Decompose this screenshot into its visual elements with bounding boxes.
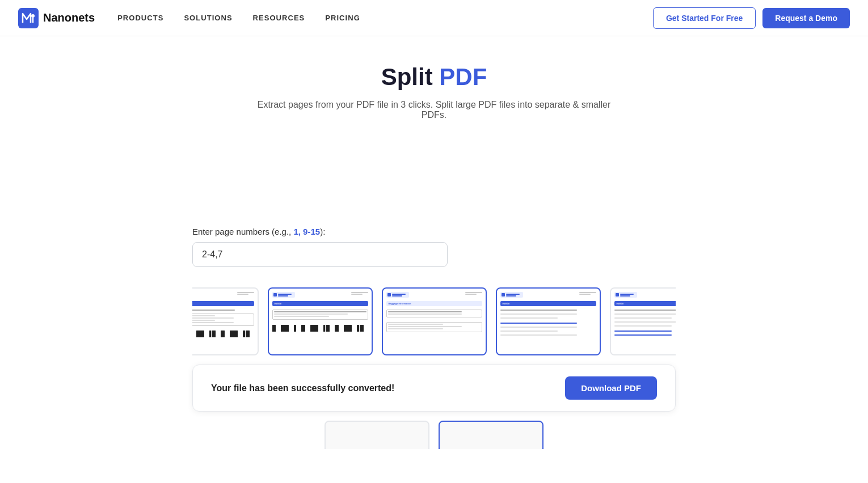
thumbnail-3[interactable]: Baggage Information: [382, 287, 487, 355]
thumbnail-4[interactable]: IndiGo: [496, 287, 601, 355]
page-input-section: Enter page numbers (e.g., 1, 9-15):: [192, 227, 676, 267]
main-content: Split PDF Extract pages from your PDF fi…: [179, 36, 689, 449]
nav-products[interactable]: PRODUCTS: [117, 14, 163, 22]
nav-pricing[interactable]: PRICING: [325, 14, 360, 22]
hero-subtitle: Extract pages from your PDF file in 3 cl…: [252, 100, 616, 120]
nanonets-logo-icon: [18, 8, 39, 28]
page-numbers-input[interactable]: [192, 242, 448, 267]
bottom-thumbnails: [192, 421, 676, 449]
label-plain: Enter page numbers (e.g.,: [192, 227, 293, 236]
nav-solutions[interactable]: SOLUTIONS: [184, 14, 232, 22]
download-pdf-button[interactable]: Download PDF: [565, 376, 657, 400]
logo-text: Nanonets: [43, 11, 95, 24]
label-suffix: ):: [320, 227, 325, 236]
nav-links: PRODUCTS SOLUTIONS RESOURCES PRICING: [117, 14, 653, 22]
svg-rect-0: [18, 8, 39, 28]
bottom-thumbnail-1[interactable]: [325, 421, 429, 449]
thumbnail-2[interactable]: IndiGo: [268, 287, 373, 355]
navbar: Nanonets PRODUCTS SOLUTIONS RESOURCES PR…: [0, 0, 868, 36]
navbar-actions: Get Started For Free Request a Demo: [653, 7, 850, 29]
logo[interactable]: Nanonets: [18, 8, 95, 28]
pdf-thumbnails: IndiGo: [192, 287, 676, 355]
page-input-label: Enter page numbers (e.g., 1, 9-15):: [192, 227, 676, 236]
title-plain: Split: [381, 63, 440, 90]
nav-resources[interactable]: RESOURCES: [253, 14, 305, 22]
upload-area[interactable]: [192, 147, 676, 227]
label-highlight: 1, 9-15: [293, 227, 320, 236]
thumbnail-5[interactable]: IndiGo: [610, 287, 676, 355]
get-started-button[interactable]: Get Started For Free: [653, 7, 756, 29]
success-message: Your file has been successfully converte…: [211, 383, 394, 393]
request-demo-button[interactable]: Request a Demo: [762, 8, 850, 28]
hero-section: Split PDF Extract pages from your PDF fi…: [192, 63, 676, 120]
svg-point-1: [31, 14, 35, 18]
title-blue: PDF: [439, 63, 487, 90]
thumbnail-1[interactable]: IndiGo: [192, 287, 259, 355]
success-banner: Your file has been successfully converte…: [192, 365, 676, 412]
bottom-thumbnail-2[interactable]: [439, 421, 543, 449]
page-title: Split PDF: [192, 63, 676, 91]
